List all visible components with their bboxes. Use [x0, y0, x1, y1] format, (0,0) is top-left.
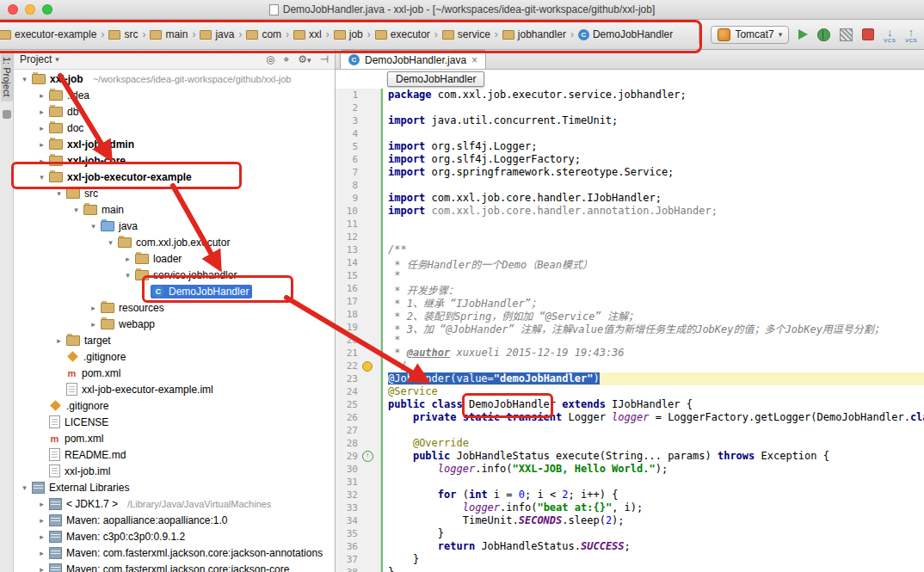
chevron-right-icon[interactable]: ▸ [36, 516, 47, 525]
scroll-to-source-icon[interactable]: ⌖ [283, 53, 289, 65]
chevron-down-icon[interactable]: ▾ [122, 271, 133, 280]
chevron-right-icon[interactable]: ▸ [36, 91, 47, 100]
run-button[interactable] [798, 29, 808, 40]
tree-item-license[interactable]: LICENSE [14, 414, 335, 430]
code-line-6[interactable]: import org.slf4j.LoggerFactory; [388, 153, 924, 166]
tree-item-doc[interactable]: ▸doc [14, 120, 335, 136]
code-line-37[interactable]: } [388, 553, 924, 566]
tree-item-pom-xml[interactable]: mpom.xml [14, 430, 335, 446]
code-line-10[interactable]: import com.xxl.job.core.handler.annotati… [388, 205, 924, 218]
tree-item-maven-aopalliance-aopalliance-1-0[interactable]: ▸Maven: aopalliance:aopalliance:1.0 [14, 512, 335, 528]
close-window-button[interactable] [8, 4, 18, 15]
code-line-35[interactable]: } [388, 527, 924, 540]
tree-item-xxl-job-iml[interactable]: xxl-job.iml [14, 463, 335, 479]
code-line-13[interactable]: /** [388, 243, 924, 256]
project-view-selector[interactable]: Project [20, 53, 52, 65]
code-line-27[interactable] [388, 424, 924, 437]
minimize-window-button[interactable] [25, 4, 35, 15]
chevron-down-icon[interactable]: ▾ [105, 238, 116, 247]
vcs-commit-button[interactable]: ↑ VCS [905, 27, 917, 43]
settings-gear-button[interactable]: ⚙▾ [298, 53, 311, 65]
code-line-4[interactable] [388, 127, 924, 140]
breadcrumb-item-com[interactable]: com [243, 27, 284, 42]
tree-item-jdk1-7[interactable]: ▸< JDK1.7 >/Library/Java/JavaVirtualMach… [14, 495, 335, 512]
stop-button[interactable] [862, 28, 874, 40]
code-line-15[interactable]: * [388, 269, 924, 282]
chevron-right-icon[interactable]: ▸ [36, 532, 47, 541]
tree-item-com-xxl-job-executor[interactable]: ▾com.xxl.job.executor [14, 234, 335, 250]
chevron-right-icon[interactable]: ▸ [88, 320, 99, 329]
tree-item-xxl-job[interactable]: ▾xxl-job~/workspaces/idea-git-workspace/… [14, 71, 335, 87]
chevron-right-icon[interactable]: ▸ [36, 108, 47, 116]
tree-item-gitignore[interactable]: .gitignore [14, 348, 335, 365]
code-line-30[interactable]: logger.info("XXL-JOB, Hello World."); [388, 463, 924, 476]
tree-item-src[interactable]: ▾src [14, 185, 335, 201]
tree-item-xxl-job-executor-example[interactable]: ▾xxl-job-executor-example [14, 169, 335, 185]
breadcrumb-item-job[interactable]: job [331, 27, 366, 42]
code-line-1[interactable]: package com.xxl.job.executor.service.job… [388, 89, 924, 101]
code-line-21[interactable]: * @author xuxueli 2015-12-19 19:43:36 [388, 347, 924, 360]
locate-icon[interactable]: ◎ [266, 53, 274, 65]
code-line-9[interactable]: import com.xxl.job.core.handler.IJobHand… [388, 192, 924, 205]
breadcrumb-item-src[interactable]: src [106, 27, 140, 42]
editor-breadcrumb-chip[interactable]: DemoJobHandler [387, 71, 484, 87]
code-line-32[interactable]: for (int i = 0; i < 2; i++) { [388, 489, 924, 501]
tree-item-idea[interactable]: ▸.idea [14, 87, 335, 103]
code-line-22[interactable]: */ [388, 360, 924, 372]
code-line-2[interactable] [388, 101, 924, 114]
code-lines[interactable]: package com.xxl.job.executor.service.job… [381, 89, 924, 572]
run-configuration-select[interactable]: Tomcat7 ▾ [711, 26, 789, 44]
code-line-7[interactable]: import org.springframework.stereotype.Se… [388, 166, 924, 179]
breadcrumb-item-executor[interactable]: executor [373, 27, 433, 42]
code-line-34[interactable]: TimeUnit.SECONDS.sleep(2); [388, 514, 924, 527]
code-line-38[interactable]: } [388, 566, 924, 572]
tree-item-external-libraries[interactable]: ▾External Libraries [14, 479, 335, 495]
code-line-29[interactable]: public JobHandleStatus execute(String...… [388, 450, 924, 463]
chevron-down-icon[interactable]: ▾ [53, 189, 65, 198]
chevron-right-icon[interactable]: ▸ [53, 336, 65, 345]
code-line-3[interactable]: import java.util.concurrent.TimeUnit; [388, 114, 924, 127]
chevron-down-icon[interactable]: ▾ [71, 206, 82, 214]
tree-item-pom-xml[interactable]: mpom.xml [14, 365, 335, 381]
code-line-8[interactable] [388, 179, 924, 192]
code-line-11[interactable] [388, 218, 924, 231]
tree-item-target[interactable]: ▸target [14, 332, 335, 348]
close-icon[interactable]: × [471, 54, 477, 66]
breadcrumb-item-java[interactable]: java [197, 27, 237, 42]
code-line-18[interactable]: * 2、装配到Spring，例如加 “@Service” 注解； [388, 308, 924, 321]
code-line-23[interactable]: @JobHander(value="demoJobHandler") [388, 372, 924, 385]
coverage-button[interactable] [840, 28, 853, 41]
tree-item-db[interactable]: ▸db [14, 103, 335, 120]
tree-item-resources[interactable]: ▸resources [14, 299, 335, 316]
breadcrumb-item-main[interactable]: main [147, 27, 190, 42]
chevron-down-icon[interactable]: ▾ [19, 75, 30, 83]
code-line-36[interactable]: return JobHandleStatus.SUCCESS; [388, 540, 924, 553]
chevron-right-icon[interactable]: ▸ [36, 157, 47, 165]
tree-item-java[interactable]: ▾java [14, 218, 335, 234]
code-line-14[interactable]: * 任务Handler的一个Demo（Bean模式） [388, 256, 924, 269]
tree-item-readme-md[interactable]: README.md [14, 446, 335, 463]
code-line-31[interactable] [388, 476, 924, 489]
zoom-window-button[interactable] [42, 4, 52, 15]
breadcrumb-item-service[interactable]: service [440, 27, 493, 42]
code-line-19[interactable]: * 3、加 “@JobHander” 注解，注解value值为新增任务生成的Jo… [388, 321, 924, 334]
code-line-16[interactable]: * 开发步骤： [388, 282, 924, 295]
chevron-down-icon[interactable]: ▾ [88, 222, 99, 231]
tree-item-loader[interactable]: ▸loader [14, 250, 335, 267]
code-line-24[interactable]: @Service [388, 385, 924, 398]
code-line-20[interactable]: * [388, 334, 924, 347]
tree-item-maven-com-fasterxml-jackson-core-jackson-core[interactable]: ▸Maven: com.fasterxml.jackson.core:jacks… [14, 561, 335, 572]
code-line-33[interactable]: logger.info("beat at:{}", i); [388, 501, 924, 514]
chevron-down-icon[interactable]: ▾ [19, 483, 30, 492]
code-line-17[interactable]: * 1、继承 “IJobHandler”； [388, 295, 924, 308]
chevron-right-icon[interactable]: ▸ [36, 140, 47, 149]
editor-gutter[interactable]: 1234567891011121314151617181920212223242… [336, 89, 381, 572]
tree-item-main[interactable]: ▾main [14, 201, 335, 218]
chevron-right-icon[interactable]: ▸ [36, 500, 47, 508]
breadcrumb-item-xxl[interactable]: xxl [291, 27, 324, 42]
tree-item-webapp[interactable]: ▸webapp [14, 316, 335, 332]
chevron-down-icon[interactable]: ▾ [36, 173, 47, 181]
code-line-5[interactable]: import org.slf4j.Logger; [388, 140, 924, 153]
tree-item-demojobhandler[interactable]: CDemoJobHandler [14, 283, 335, 299]
tree-item-xxl-job-admin[interactable]: ▸xxl-job-admin [14, 136, 335, 152]
